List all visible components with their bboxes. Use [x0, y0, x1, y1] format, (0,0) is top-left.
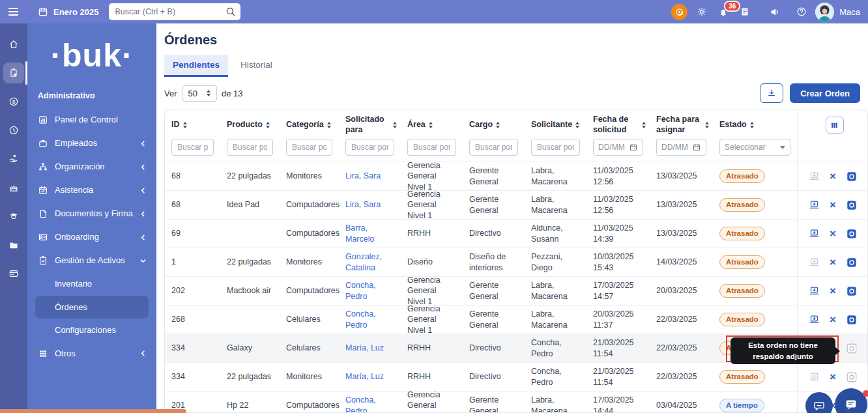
- column-header: Fecha para asignar: [650, 109, 713, 138]
- column-filter-input[interactable]: [286, 139, 332, 156]
- view-detail-button[interactable]: [846, 171, 858, 182]
- table-row[interactable]: 33422 pulgadasMonitoresMaría, LuzRRHHDir…: [165, 362, 867, 391]
- solicitado-para-link[interactable]: Lira, Sara: [345, 171, 381, 181]
- sidebar-item-panel-de-control[interactable]: Panel de Control: [27, 108, 156, 132]
- create-order-button[interactable]: Crear Orden: [790, 83, 860, 103]
- assign-button[interactable]: [809, 199, 820, 210]
- column-filter-input[interactable]: [407, 139, 456, 156]
- buk-assistant-icon[interactable]: [671, 4, 687, 20]
- cancel-button[interactable]: ×: [830, 228, 836, 239]
- assign-button[interactable]: [809, 371, 820, 382]
- rail-item-orders[interactable]: [3, 63, 24, 83]
- table-row[interactable]: 6822 pulgadasMonitoresLira, SaraGerencia…: [165, 162, 867, 190]
- solicitado-para-link[interactable]: Concha, Pedro: [345, 395, 394, 413]
- cell: Gerencia General Nivel 1: [401, 306, 463, 334]
- solicitado-para-link[interactable]: Gonzalez, Catalina: [345, 251, 394, 273]
- estado-filter-select[interactable]: Seleccionar: [719, 139, 790, 156]
- sidebar-item-asistencia[interactable]: Asistencia: [27, 178, 156, 202]
- view-detail-button[interactable]: [846, 314, 858, 326]
- sort-icon[interactable]: [496, 122, 500, 129]
- solicitado-para-link[interactable]: María, Luz: [345, 343, 384, 353]
- user-avatar[interactable]: [815, 3, 834, 21]
- table-row[interactable]: 202Macbook airComputadoresConcha, PedroG…: [165, 276, 867, 305]
- assign-button[interactable]: [809, 171, 820, 182]
- cancel-button[interactable]: ×: [830, 285, 836, 296]
- sidebar-item-ordenes[interactable]: Órdenes: [35, 296, 149, 319]
- tab-pendientes[interactable]: Pendientes: [164, 55, 228, 77]
- download-button[interactable]: [760, 83, 783, 103]
- cancel-button[interactable]: ×: [830, 314, 836, 325]
- sort-icon[interactable]: [705, 122, 709, 129]
- solicitado-para-link[interactable]: Barra, Marcelo: [345, 223, 394, 244]
- announcements-megaphone-icon[interactable]: [770, 7, 780, 17]
- sort-icon[interactable]: [575, 122, 579, 129]
- assign-button[interactable]: [809, 228, 820, 239]
- column-filter-input[interactable]: [469, 139, 518, 156]
- solicitado-para-link[interactable]: Lira, Sara: [345, 199, 381, 210]
- table-row[interactable]: 68Idea PadComputadoresLira, SaraGerencia…: [165, 190, 867, 219]
- sort-icon[interactable]: [183, 122, 187, 129]
- sidebar-item-gestion-de-activos[interactable]: Gestión de Activos: [27, 249, 156, 272]
- solicitado-para-link[interactable]: María, Luz: [345, 371, 384, 382]
- sidebar-item-label: Gestión de Activos: [55, 255, 125, 266]
- view-detail-button[interactable]: [846, 343, 858, 354]
- view-detail-button[interactable]: [846, 199, 858, 211]
- table-row[interactable]: 201Hp 22ComputadoresConcha, PedroGerenci…: [165, 391, 867, 413]
- assign-button[interactable]: [809, 314, 820, 325]
- view-detail-button[interactable]: [846, 228, 858, 240]
- rail-item-kiosk[interactable]: [3, 263, 24, 284]
- solicitado-para-link[interactable]: Concha, Pedro: [345, 309, 394, 330]
- sidebar-item-onboarding[interactable]: Onboarding: [27, 225, 156, 249]
- notifications-bell-icon[interactable]: 36: [718, 7, 729, 17]
- view-detail-button[interactable]: [846, 257, 858, 268]
- help-icon[interactable]: [796, 7, 807, 17]
- sort-icon[interactable]: [266, 122, 270, 129]
- period-selector[interactable]: Enero 2025: [38, 7, 98, 17]
- cancel-button[interactable]: ×: [830, 257, 836, 268]
- rail-item-documents[interactable]: [3, 235, 24, 255]
- sort-icon[interactable]: [642, 122, 646, 129]
- sort-icon[interactable]: [429, 122, 433, 129]
- sidebar-item-configuraciones[interactable]: Configuraciones: [27, 319, 156, 342]
- rail-item-education[interactable]: [3, 206, 24, 227]
- notes-icon[interactable]: [740, 7, 750, 17]
- column-filter-input[interactable]: [345, 139, 394, 156]
- rail-item-home[interactable]: [3, 34, 24, 55]
- page-size-select[interactable]: 50: [182, 85, 217, 102]
- cancel-button[interactable]: ×: [830, 199, 836, 210]
- search-input[interactable]: [109, 3, 240, 20]
- rail-item-celebrations[interactable]: [3, 177, 24, 198]
- rail-item-money[interactable]: $: [3, 91, 24, 112]
- rail-item-benefits[interactable]: [3, 149, 24, 169]
- cancel-button[interactable]: ×: [830, 371, 836, 382]
- rail-item-time[interactable]: [3, 120, 24, 141]
- cancel-button[interactable]: ×: [830, 171, 836, 182]
- sidebar-item-documentos-y-firma[interactable]: Documentos y Firma: [27, 202, 156, 225]
- cell: Gerencia General Nivel 1: [401, 191, 463, 219]
- column-filter-input[interactable]: [171, 139, 214, 156]
- settings-gear-icon[interactable]: [697, 7, 707, 17]
- view-detail-button[interactable]: [846, 371, 858, 383]
- view-detail-button[interactable]: [846, 285, 858, 297]
- sidebar-item-organizacion[interactable]: Organización: [27, 155, 156, 178]
- hamburger-menu-icon[interactable]: [8, 8, 18, 16]
- columns-button[interactable]: [826, 117, 844, 134]
- table-row[interactable]: 122 pulgadasMonitoresGonzalez, CatalinaD…: [165, 248, 867, 276]
- sort-icon[interactable]: [750, 122, 754, 129]
- table-row[interactable]: 268CelularesConcha, PedroGerencia Genera…: [165, 305, 867, 334]
- date-filter[interactable]: DD/MM: [593, 139, 643, 156]
- sidebar-item-otros[interactable]: Otros: [27, 342, 156, 365]
- tab-historial[interactable]: Historial: [232, 55, 281, 77]
- cell: [220, 306, 280, 334]
- sort-icon[interactable]: [393, 122, 397, 129]
- assign-button[interactable]: [809, 285, 820, 296]
- column-filter-input[interactable]: [227, 139, 273, 156]
- sort-icon[interactable]: [327, 122, 331, 129]
- table-row[interactable]: 69ComputadoresBarra, MarceloRRHHDirectiv…: [165, 219, 867, 248]
- date-filter[interactable]: DD/MM: [656, 139, 706, 156]
- sidebar-item-empleados[interactable]: Empleados: [27, 132, 156, 155]
- column-filter-input[interactable]: [531, 139, 580, 156]
- sidebar-item-inventario[interactable]: Inventario: [27, 272, 156, 296]
- solicitado-para-link[interactable]: Concha, Pedro: [345, 280, 394, 302]
- assign-button[interactable]: [809, 257, 820, 268]
